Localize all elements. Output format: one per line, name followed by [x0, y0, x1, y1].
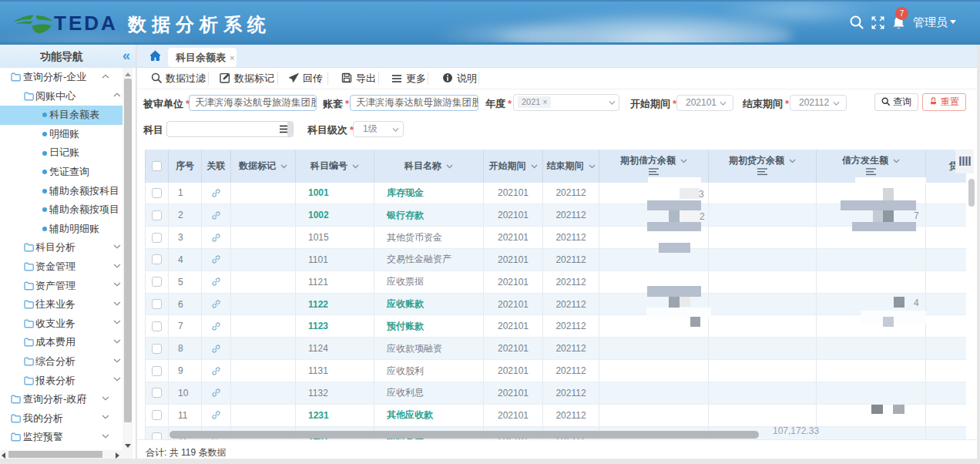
svg-text:TEDA: TEDA — [54, 12, 118, 35]
